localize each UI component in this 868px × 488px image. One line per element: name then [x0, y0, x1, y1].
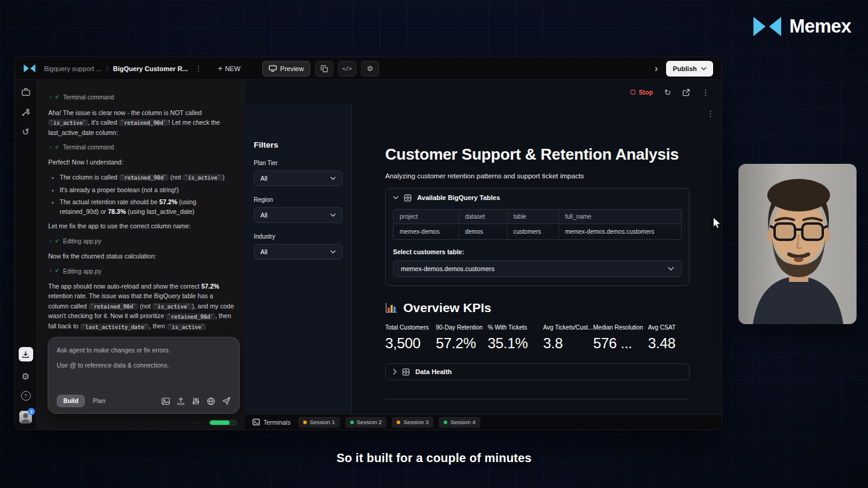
- settings-button[interactable]: ⚙: [361, 61, 379, 77]
- caret-icon: ›: [49, 267, 51, 275]
- app-main-content: ⋮ Customer Support & Retention Analysis …: [352, 104, 722, 414]
- open-in-new-icon[interactable]: [682, 89, 690, 96]
- tables-dataframe[interactable]: project dataset table full_name memex-de…: [393, 209, 682, 240]
- plan-mode-button[interactable]: Plan: [89, 395, 110, 407]
- preview-button[interactable]: Preview: [262, 61, 310, 77]
- image-icon[interactable]: [162, 397, 170, 405]
- filters-sidebar: Filters Plan Tier All Region All: [245, 104, 352, 414]
- kpi-row: Total Customers3,500 90-Day Retention57.…: [385, 324, 690, 352]
- breadcrumb-kebab-icon[interactable]: ⋮: [193, 64, 205, 73]
- memex-brand: Memex: [753, 16, 851, 37]
- context-progress-bar: [209, 420, 237, 425]
- editing-step[interactable]: › ✓ Editing app.py: [49, 267, 234, 277]
- left-rail: ↺ ⚙ ? 2: [15, 80, 37, 430]
- terminal-command-step[interactable]: › ✓ Terminal command: [49, 143, 234, 152]
- download-button[interactable]: [19, 347, 33, 361]
- chat-paragraph: Perfect! Now I understand:: [48, 157, 234, 167]
- editing-step[interactable]: › ✓ Editing app.py: [49, 237, 234, 246]
- section-divider: [385, 399, 690, 399]
- kpi-avg-csat: Avg CSAT3.48: [648, 324, 685, 352]
- filter-region: Region All: [254, 196, 342, 223]
- code-span: `is_active`: [48, 119, 88, 126]
- overflow-dots-icon: ∙ ∙ ∙ ∙: [189, 419, 204, 425]
- help-icon[interactable]: ?: [21, 391, 31, 401]
- breadcrumb-document[interactable]: BigQuery Customer R...: [113, 65, 187, 72]
- window-topbar: Bigquery support ... / BigQuery Customer…: [15, 57, 722, 80]
- bar-chart-icon: [385, 302, 397, 313]
- code-span: `is_active`: [153, 303, 192, 310]
- agent-chat-panel: › ✓ Terminal command Aha! The issue is c…: [37, 80, 245, 430]
- collapse-panel-chevron[interactable]: ›: [651, 63, 661, 74]
- terminal-command-step[interactable]: › ✓ Terminal command: [49, 93, 234, 102]
- globe-icon[interactable]: [207, 397, 215, 405]
- chevron-down-icon: [701, 67, 706, 70]
- app-menu-kebab-icon[interactable]: ⋮: [706, 109, 714, 118]
- filter-plan-tier: Plan Tier All: [254, 160, 342, 186]
- new-button[interactable]: + NEW: [218, 64, 241, 73]
- agent-composer[interactable]: Ask agent to make changes or fix errors.…: [48, 337, 240, 414]
- build-mode-button[interactable]: Build: [57, 395, 85, 407]
- projects-icon[interactable]: [21, 87, 31, 97]
- history-icon[interactable]: ↺: [22, 127, 30, 136]
- chevron-down-icon: [668, 267, 674, 271]
- chevron-down-icon: [393, 196, 398, 199]
- kpi-with-tickets: % With Tickets35.1%: [488, 324, 543, 352]
- chevron-down-icon: [330, 250, 336, 254]
- chevron-right-icon: [393, 369, 397, 375]
- composer-placeholder-line2[interactable]: Use @ to reference data & connections.: [57, 361, 231, 369]
- mouse-cursor: [712, 217, 722, 229]
- terminal-icon: [253, 419, 260, 425]
- composer-placeholder-line1[interactable]: Ask agent to make changes or fix errors.: [57, 346, 231, 354]
- page-title: Customer Support & Retention Analysis: [385, 145, 690, 164]
- code-span: `retained_90d`: [166, 313, 215, 320]
- file-cabinet-icon: [402, 368, 410, 376]
- terminals-label[interactable]: Terminals: [253, 419, 291, 426]
- code-span: `is_active`: [167, 324, 207, 330]
- duplicate-button[interactable]: [315, 61, 333, 77]
- code-icon: </>: [342, 66, 352, 72]
- kpi-total-customers: Total Customers3,500: [385, 324, 436, 352]
- preview-kebab-icon[interactable]: ⋮: [702, 88, 709, 97]
- refresh-icon[interactable]: ↻: [664, 88, 671, 97]
- region-select[interactable]: All: [254, 207, 342, 223]
- session-status-dot: [350, 421, 354, 424]
- breadcrumb-project[interactable]: Bigquery support ...: [44, 65, 101, 72]
- gear-icon: ⚙: [367, 64, 374, 73]
- bullet-item: The actual retention rate should be 57.2…: [60, 197, 234, 217]
- plan-tier-select[interactable]: All: [254, 170, 342, 186]
- page-subtitle: Analyzing customer retention patterns an…: [385, 172, 690, 180]
- session-tab-2[interactable]: Session 2: [345, 417, 387, 428]
- table-header-row: project dataset table full_name: [394, 210, 681, 224]
- session-tab-4[interactable]: Session 4: [439, 417, 480, 428]
- check-icon: ✓: [55, 267, 60, 275]
- session-tab-1[interactable]: Session 1: [298, 417, 340, 428]
- presenter: [738, 164, 857, 324]
- customers-table-select[interactable]: memex-demos.demos.customers: [393, 260, 682, 277]
- plus-icon: +: [218, 64, 223, 73]
- desktop-background: Memex Bigquery support ... / BigQuery Cu…: [0, 0, 868, 488]
- preview-panel: Stop ↻ ⋮ Filters Plan Tier All: [245, 80, 722, 430]
- data-health-expander[interactable]: Data Health: [385, 363, 690, 380]
- webcam-overlay: [738, 164, 857, 324]
- code-span: `retained_90d`: [89, 303, 138, 310]
- app-window: Bigquery support ... / BigQuery Customer…: [15, 57, 722, 430]
- kpi-section-header: Overview KPIs: [385, 301, 690, 315]
- code-span: `retained_90d`: [119, 174, 169, 181]
- gear-icon[interactable]: ⚙: [22, 372, 30, 381]
- code-button[interactable]: </>: [338, 61, 356, 77]
- expander-header[interactable]: Available BigQuery Tables: [386, 189, 689, 207]
- publish-button[interactable]: Publish: [666, 61, 713, 77]
- stop-button[interactable]: Stop: [631, 89, 653, 96]
- bigquery-tables-expander: Available BigQuery Tables project datase…: [385, 188, 690, 286]
- caret-icon: ›: [49, 93, 51, 102]
- breadcrumb-separator: /: [106, 65, 108, 72]
- session-tab-3[interactable]: Session 3: [392, 417, 433, 428]
- tools-icon[interactable]: [21, 107, 31, 117]
- industry-select[interactable]: All: [254, 244, 342, 260]
- sliders-icon[interactable]: [192, 397, 200, 405]
- send-icon[interactable]: [222, 396, 231, 405]
- user-avatar[interactable]: 2: [19, 411, 32, 424]
- brand-wordmark: Memex: [789, 16, 851, 37]
- chat-paragraph: Now fix the churned status calculation:: [48, 251, 234, 261]
- upload-icon[interactable]: [177, 397, 185, 405]
